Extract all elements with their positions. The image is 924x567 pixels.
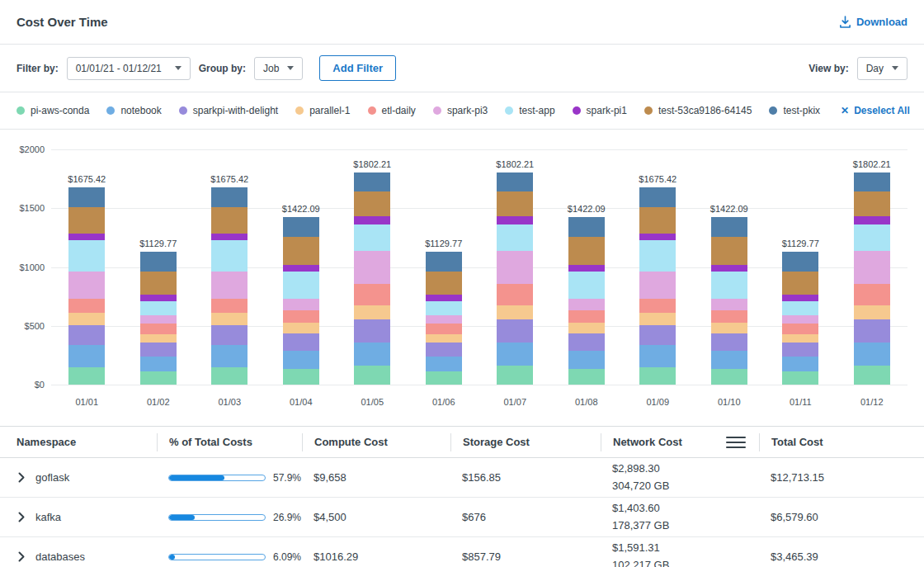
bar-segment-test-pkix[interactable] (354, 172, 390, 191)
bar-stack[interactable] (140, 252, 177, 385)
bar-segment-test-app[interactable] (211, 240, 248, 272)
bar-segment-notebook[interactable] (497, 343, 533, 366)
bar-segment-test-app[interactable] (639, 240, 676, 272)
expand-chevron-icon[interactable] (18, 512, 25, 522)
bar-segment-pi-aws-conda[interactable] (782, 371, 818, 385)
bar-segment-spark-pi1[interactable] (497, 216, 533, 224)
bar-segment-pi-aws-conda[interactable] (68, 367, 105, 385)
bar-segment-notebook[interactable] (68, 345, 105, 366)
bar-segment-pi-aws-conda[interactable] (283, 369, 319, 385)
bar-segment-notebook[interactable] (854, 343, 890, 366)
bar-segment-sparkpi-with-delight[interactable] (782, 343, 818, 356)
bar-segment-sparkpi-with-delight[interactable] (140, 343, 177, 356)
bar-segment-parallel-1[interactable] (426, 334, 462, 343)
bar-segment-parallel-1[interactable] (711, 323, 747, 333)
bar-segment-etl-daily[interactable] (711, 310, 747, 323)
column-menu-icon[interactable] (726, 437, 746, 448)
legend-item-sparkpi-with-delight[interactable]: sparkpi-with-delight (179, 105, 278, 116)
bar-segment-spark-pi1[interactable] (854, 216, 890, 224)
bar-segment-test-53ca9186-64145[interactable] (568, 237, 605, 265)
bar-segment-etl-daily[interactable] (639, 299, 676, 313)
bar-segment-spark-pi3[interactable] (711, 299, 747, 310)
bar-segment-parallel-1[interactable] (140, 334, 177, 343)
bar-segment-spark-pi1[interactable] (568, 265, 605, 272)
bar-segment-test-pkix[interactable] (140, 252, 177, 271)
legend-item-test-53ca9186-64145[interactable]: test-53ca9186-64145 (644, 105, 752, 116)
expand-chevron-icon[interactable] (18, 472, 25, 483)
bar-segment-spark-pi3[interactable] (354, 251, 390, 284)
bar-segment-spark-pi3[interactable] (211, 272, 248, 299)
namespace-cell[interactable]: databases (0, 550, 157, 563)
bar-segment-test-pkix[interactable] (283, 217, 319, 236)
bar-segment-test-pkix[interactable] (497, 172, 533, 191)
bar-segment-notebook[interactable] (711, 351, 747, 370)
bar-segment-pi-aws-conda[interactable] (639, 367, 676, 385)
bar-segment-test-pkix[interactable] (782, 252, 818, 271)
bar-segment-spark-pi3[interactable] (283, 299, 319, 310)
namespace-cell[interactable]: kafka (0, 511, 157, 523)
bar-segment-test-app[interactable] (782, 301, 818, 315)
bar-segment-pi-aws-conda[interactable] (497, 366, 533, 385)
table-row-kafka[interactable]: kafka26.9%$4,500$676$1,403.60178,377 GB$… (0, 498, 924, 537)
bar-segment-pi-aws-conda[interactable] (854, 366, 890, 385)
bar-segment-etl-daily[interactable] (497, 284, 533, 305)
bar-segment-spark-pi1[interactable] (354, 216, 390, 224)
namespace-cell[interactable]: goflask (0, 471, 157, 484)
bar-segment-sparkpi-with-delight[interactable] (211, 325, 248, 345)
bar-segment-notebook[interactable] (354, 343, 390, 366)
bar-segment-etl-daily[interactable] (283, 310, 319, 323)
bar-segment-notebook[interactable] (568, 351, 605, 370)
bar-segment-test-app[interactable] (140, 301, 177, 315)
bar-segment-sparkpi-with-delight[interactable] (568, 333, 605, 351)
bar-stack[interactable] (711, 217, 747, 385)
bar-segment-spark-pi1[interactable] (426, 295, 462, 301)
legend-item-notebook[interactable]: notebook (106, 105, 161, 116)
bar-segment-notebook[interactable] (283, 351, 319, 370)
bar-segment-test-app[interactable] (568, 272, 605, 299)
bar-segment-sparkpi-with-delight[interactable] (354, 319, 390, 343)
bar-segment-test-pkix[interactable] (711, 217, 747, 236)
bar-stack[interactable] (426, 252, 462, 385)
bar-segment-test-pkix[interactable] (639, 187, 676, 207)
bar-segment-test-53ca9186-64145[interactable] (711, 237, 747, 265)
table-row-goflask[interactable]: goflask57.9%$9,658$156.85$2,898.30304,72… (0, 458, 924, 498)
bar-segment-parallel-1[interactable] (568, 323, 605, 333)
bar-segment-parallel-1[interactable] (782, 334, 818, 343)
bar-segment-sparkpi-with-delight[interactable] (854, 319, 890, 343)
bar-segment-spark-pi1[interactable] (711, 265, 747, 272)
bar-segment-test-pkix[interactable] (854, 172, 890, 191)
bar-stack[interactable] (497, 172, 533, 385)
bar-segment-parallel-1[interactable] (497, 305, 533, 319)
bar-segment-etl-daily[interactable] (568, 310, 605, 323)
bar-segment-spark-pi3[interactable] (140, 315, 177, 324)
bar-segment-spark-pi1[interactable] (283, 265, 319, 272)
bar-segment-spark-pi1[interactable] (211, 234, 248, 241)
date-range-select[interactable]: 01/01/21 - 01/12/21 (67, 57, 191, 80)
bar-stack[interactable] (568, 217, 605, 385)
view-by-select[interactable]: Day (857, 57, 908, 80)
bar-segment-test-pkix[interactable] (211, 187, 248, 207)
bar-stack[interactable] (854, 172, 890, 385)
bar-segment-test-app[interactable] (711, 272, 747, 299)
bar-segment-test-53ca9186-64145[interactable] (854, 191, 890, 216)
deselect-all-button[interactable]: ✕ Deselect All (841, 105, 910, 116)
bar-segment-etl-daily[interactable] (354, 284, 390, 305)
bar-segment-etl-daily[interactable] (140, 324, 177, 334)
bar-segment-pi-aws-conda[interactable] (426, 371, 462, 385)
bar-segment-test-app[interactable] (497, 224, 533, 252)
legend-item-parallel-1[interactable]: parallel-1 (295, 105, 350, 116)
bar-segment-test-53ca9186-64145[interactable] (211, 207, 248, 234)
table-row-databases[interactable]: databases6.09%$1016.29$857.79$1,591.3110… (0, 537, 924, 567)
bar-segment-pi-aws-conda[interactable] (568, 369, 605, 385)
bar-segment-test-53ca9186-64145[interactable] (354, 191, 390, 216)
bar-segment-parallel-1[interactable] (854, 305, 890, 319)
download-button[interactable]: Download (839, 16, 908, 28)
bar-segment-sparkpi-with-delight[interactable] (68, 325, 105, 345)
bar-segment-etl-daily[interactable] (854, 284, 890, 305)
bar-segment-parallel-1[interactable] (211, 313, 248, 325)
bar-stack[interactable] (283, 217, 319, 385)
add-filter-button[interactable]: Add Filter (319, 55, 396, 81)
legend-item-pi-aws-conda[interactable]: pi-aws-conda (16, 105, 89, 116)
legend-item-etl-daily[interactable]: etl-daily (368, 105, 416, 116)
bar-stack[interactable] (354, 172, 390, 385)
